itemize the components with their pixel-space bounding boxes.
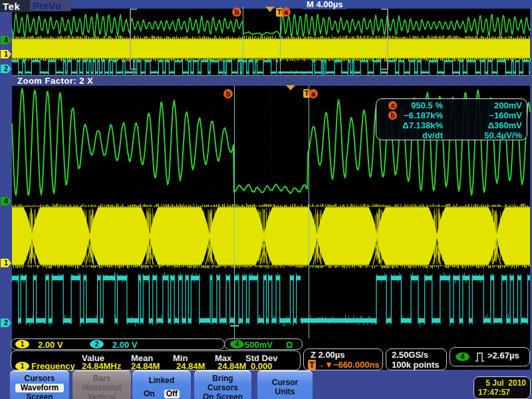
trigger-condition: >2.67µs: [487, 350, 519, 360]
menu-linked-button[interactable]: Linked OnOff: [132, 370, 191, 399]
cursor-readout-box: a950.5 %200mV b−6.187k%−160mV Δ7.138k%Δ3…: [376, 98, 527, 140]
sample-rate: 2.50GS/s: [392, 350, 428, 360]
cursor-delta-volt: Δ360mV: [488, 121, 522, 130]
cursor-dvdt-value: 50.4µV/%: [484, 131, 522, 140]
datetime-box: 5 Jul 2010 17:47:57: [473, 376, 531, 399]
menu-cursors-line1: Cursors: [10, 374, 69, 383]
measurement-box: Value Mean Min Max Std Dev 1 Frequency 2…: [11, 350, 301, 370]
menu-cursor-units-button[interactable]: Cursor Units: [257, 370, 313, 399]
ch2-scale-value[interactable]: 2.00 V: [112, 340, 138, 350]
cursor-b-volt: −160mV: [489, 111, 522, 120]
menu-bring-line1: Bring: [194, 374, 251, 383]
zoom-factor-bar: Zoom Factor: 2 X: [12, 75, 530, 86]
trigger-delay: →▼−660.000ns: [316, 360, 380, 370]
ch4-scale-box: 4 500mV Ω: [224, 338, 303, 350]
acquisition-status: PreVu: [33, 0, 61, 11]
menu-bars-button[interactable]: Bars Horizontal Vertical: [72, 370, 131, 399]
menu-bars-line2: Horizontal: [72, 383, 131, 392]
trigger-source-badge: 4: [456, 352, 469, 361]
menu-cursors-line3: Screen: [10, 392, 69, 399]
cursor-b-badge: b: [388, 111, 397, 120]
zoom-scale: Z 2.00µs: [311, 350, 345, 360]
main-cursor-b-marker[interactable]: b: [223, 89, 233, 98]
menu-linked-label: Linked: [132, 376, 191, 385]
acquisition-box: 2.50GS/s 100k points: [386, 348, 447, 370]
overview-cursor-a-marker[interactable]: a: [281, 7, 291, 17]
ch2-scale-badge[interactable]: 2: [90, 340, 104, 348]
meas-std: 0.000: [251, 361, 273, 371]
ch1-scale-badge[interactable]: 1: [15, 340, 29, 348]
menu-bring-cursors-button[interactable]: Bring Cursors On Screen: [194, 370, 251, 399]
menu-bars-line1: Bars: [72, 374, 131, 383]
meas-value: 24.84MHz: [82, 361, 121, 371]
menu-units-line1: Cursor: [257, 378, 313, 387]
meas-max: 24.84M: [217, 361, 246, 371]
timebase-label: M 4.00µs: [303, 0, 346, 9]
menu-linked-off[interactable]: Off: [164, 390, 180, 398]
overview-cursor-b-marker[interactable]: b: [232, 7, 241, 17]
cursor-a-pos: 950.5 %: [411, 101, 443, 110]
ch4-scale-badge[interactable]: 4: [230, 340, 244, 348]
date-label: 5 Jul 2010: [474, 378, 530, 388]
menu-bring-line3: On Screen: [194, 392, 251, 399]
tek-logo: Tek: [0, 0, 30, 12]
menu-linked-on[interactable]: On: [144, 389, 155, 398]
zoom-factor-label: Zoom Factor: 2 X: [17, 76, 93, 86]
menu-cursors-selected[interactable]: Waveform: [15, 384, 65, 392]
menu-bars-line3: Vertical: [72, 392, 131, 399]
cursor-dvdt-label: dv/dt: [422, 131, 443, 140]
ch4-impedance[interactable]: Ω: [286, 340, 293, 350]
trigger-box: 4 >2.67µs: [450, 347, 530, 366]
main-cursor-a-marker[interactable]: a: [309, 89, 318, 98]
main-trigger-position-icon[interactable]: [286, 85, 295, 90]
ch1-scale-value[interactable]: 2.00 V: [38, 340, 63, 350]
meas-ch1-badge: 1: [15, 362, 29, 370]
horizontal-box: Z 2.00µs T→▼−660.000ns: [303, 348, 383, 370]
menu-units-line2: Units: [257, 387, 313, 396]
cursor-delta-pos: Δ7.138k%: [402, 121, 443, 130]
left-margin: [0, 9, 12, 370]
trigger-t-icon: T: [308, 360, 316, 370]
meas-name: Frequency: [31, 361, 75, 371]
meas-min: 24.84M: [176, 361, 205, 371]
overview-trigger-position-icon[interactable]: [265, 7, 275, 12]
cursor-a-badge: a: [388, 101, 397, 110]
time-label: 17:47:57: [474, 388, 530, 397]
ch4-scale-value[interactable]: 500mV: [245, 340, 273, 350]
menu-bring-line2: Cursors: [194, 383, 251, 392]
cursor-b-pos: −6.187k%: [404, 111, 443, 120]
meas-mean: 24.84M: [131, 361, 160, 371]
overview-graticule: [12, 9, 530, 74]
oscilloscope-screen: Zoom Factor: 2 X Tek PreVu M 4.00µs 4 1 …: [0, 0, 532, 399]
record-length: 100k points: [392, 360, 440, 370]
pulse-width-icon: [475, 352, 485, 362]
channel-scale-box: 1 2.00 V 2 2.00 V: [11, 338, 225, 350]
cursor-a-volt: 200mV: [494, 101, 522, 110]
menu-cursors-button[interactable]: Cursors Waveform Screen: [10, 370, 69, 399]
